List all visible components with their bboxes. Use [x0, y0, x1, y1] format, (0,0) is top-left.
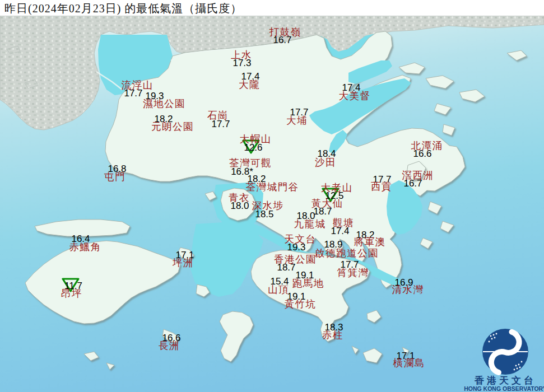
- weather-map-screen: 香港天文台 HONG KONG OBSERVATORY 16.7打鼓嶺17.3上…: [0, 0, 544, 392]
- page-title: 昨日(2024年02月23日) 的最低氣溫（攝氏度）: [4, 1, 242, 16]
- logo-name-en: HONG KONG OBSERVATORY: [464, 385, 544, 392]
- title-bar: 昨日(2024年02月23日) 的最低氣溫（攝氏度）: [0, 0, 544, 16]
- hong-kong-map: 香港天文台 HONG KONG OBSERVATORY: [0, 0, 544, 392]
- logo-name-zh: 香港天文台: [474, 375, 536, 386]
